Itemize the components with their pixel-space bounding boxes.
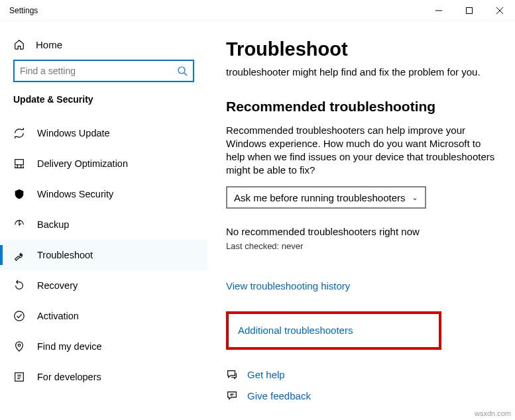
status-text: No recommended troubleshooters right now xyxy=(226,226,496,237)
sidebar-item-label: Activation xyxy=(37,311,79,321)
sidebar: Home Update & Security Windows Update De… xyxy=(0,21,207,420)
sidebar-item-windows-security[interactable]: Windows Security xyxy=(0,179,207,209)
window-controls xyxy=(424,0,515,21)
troubleshoot-preference-dropdown[interactable]: Ask me before running troubleshooters ⌄ xyxy=(226,186,426,209)
chevron-down-icon: ⌄ xyxy=(412,193,418,202)
svg-point-1 xyxy=(178,67,185,74)
sync-icon xyxy=(13,127,25,139)
location-icon xyxy=(13,341,25,352)
home-icon xyxy=(13,38,25,50)
close-button[interactable] xyxy=(485,0,515,21)
watermark: wsxdn.com xyxy=(475,409,511,417)
footer-links: Get help Give feedback xyxy=(226,368,496,401)
search-field[interactable] xyxy=(20,66,177,76)
additional-troubleshooters-highlight: Additional troubleshooters xyxy=(226,311,441,350)
sidebar-item-label: Troubleshoot xyxy=(37,250,93,260)
sidebar-item-find-my-device[interactable]: Find my device xyxy=(0,331,207,362)
main-content: Troubleshoot troubleshooter might help f… xyxy=(207,21,515,420)
sidebar-item-label: Windows Security xyxy=(37,189,113,199)
get-help-link[interactable]: Get help xyxy=(247,369,285,380)
home-button[interactable]: Home xyxy=(0,33,207,60)
sidebar-item-label: For developers xyxy=(37,372,101,382)
recovery-icon xyxy=(13,280,25,291)
sidebar-item-windows-update[interactable]: Windows Update xyxy=(0,118,207,148)
sidebar-item-backup[interactable]: Backup xyxy=(0,209,207,240)
category-header: Update & Security xyxy=(0,94,207,118)
wrench-icon xyxy=(13,249,25,261)
page-lede: troubleshooter might help find and fix t… xyxy=(226,66,496,79)
give-feedback-row[interactable]: Give feedback xyxy=(226,390,496,401)
app-title: Settings xyxy=(0,6,38,15)
search-wrap xyxy=(13,60,194,82)
home-label: Home xyxy=(36,39,62,50)
dropdown-value: Ask me before running troubleshooters xyxy=(234,192,405,203)
additional-troubleshooters-link[interactable]: Additional troubleshooters xyxy=(238,325,353,336)
svg-point-4 xyxy=(18,344,21,346)
sidebar-item-label: Delivery Optimization xyxy=(37,158,128,169)
last-checked-text: Last checked: never xyxy=(226,241,496,251)
delivery-icon xyxy=(13,158,25,170)
view-history-link[interactable]: View troubleshooting history xyxy=(226,280,350,291)
nav-list: Windows Update Delivery Optimization Win… xyxy=(0,118,207,392)
maximize-button[interactable] xyxy=(454,0,485,21)
svg-point-3 xyxy=(15,311,24,321)
sidebar-item-activation[interactable]: Activation xyxy=(0,301,207,331)
backup-icon xyxy=(13,219,25,231)
sidebar-item-label: Recovery xyxy=(37,280,78,291)
search-icon xyxy=(177,66,188,76)
sidebar-item-label: Find my device xyxy=(37,341,102,352)
sidebar-item-delivery-optimization[interactable]: Delivery Optimization xyxy=(0,148,207,179)
recommended-desc: Recommended troubleshooters can help imp… xyxy=(226,124,496,177)
recommended-heading: Recommended troubleshooting xyxy=(226,99,496,115)
get-help-row[interactable]: Get help xyxy=(226,368,496,380)
give-feedback-link[interactable]: Give feedback xyxy=(247,390,311,401)
minimize-button[interactable] xyxy=(424,0,454,21)
help-chat-icon xyxy=(226,368,238,380)
sidebar-item-label: Backup xyxy=(37,219,69,230)
shield-icon xyxy=(13,188,25,200)
sidebar-item-troubleshoot[interactable]: Troubleshoot xyxy=(0,240,207,270)
window-body: Home Update & Security Windows Update De… xyxy=(0,21,515,420)
sidebar-item-recovery[interactable]: Recovery xyxy=(0,270,207,301)
check-circle-icon xyxy=(13,310,25,322)
titlebar: Settings xyxy=(0,0,515,21)
feedback-icon xyxy=(226,390,238,401)
sidebar-item-for-developers[interactable]: For developers xyxy=(0,362,207,392)
sidebar-item-label: Windows Update xyxy=(37,128,110,138)
developer-icon xyxy=(13,371,25,383)
page-title: Troubleshoot xyxy=(226,38,496,60)
svg-rect-2 xyxy=(15,160,24,165)
search-input[interactable] xyxy=(13,60,194,82)
svg-rect-0 xyxy=(467,7,473,13)
